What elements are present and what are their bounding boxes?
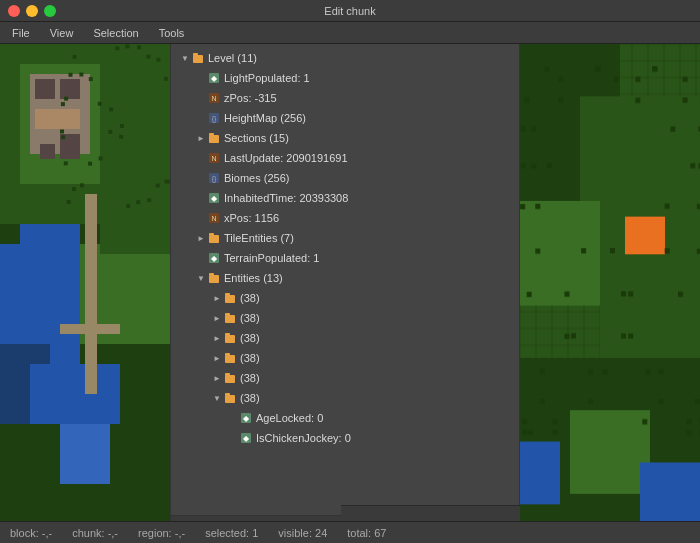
minimize-button[interactable] (26, 5, 38, 17)
svg-text:{}: {} (212, 175, 217, 183)
spacer-icon (227, 412, 239, 424)
maximize-button[interactable] (44, 5, 56, 17)
tree-row[interactable]: ►(38) (171, 308, 519, 328)
value-icon: ◆ (207, 251, 221, 265)
tree-row-label: HeightMap (256) (224, 112, 306, 124)
tree-content[interactable]: ▼Level (11)◆LightPopulated: 1NzPos: -315… (171, 44, 519, 515)
window-title: Edit chunk (324, 5, 375, 17)
menu-view[interactable]: View (46, 25, 78, 41)
svg-rect-29 (225, 333, 230, 336)
tree-row[interactable]: NLastUpdate: 2090191691 (171, 148, 519, 168)
tree-row-label: zPos: -315 (224, 92, 277, 104)
collapse-arrow-icon[interactable]: ► (211, 292, 223, 304)
svg-rect-24 (225, 295, 235, 303)
folder-icon (207, 131, 221, 145)
collapse-arrow-icon[interactable]: ► (195, 232, 207, 244)
folder-icon (207, 231, 221, 245)
right-map-panel (520, 44, 700, 543)
tree-row[interactable]: ▼Level (11) (171, 48, 519, 68)
spacer-icon (195, 152, 207, 164)
status-visible: visible: 24 (278, 527, 327, 539)
value-icon: ◆ (207, 191, 221, 205)
collapse-arrow-icon[interactable]: ▼ (179, 52, 191, 64)
tree-row-label: Entities (13) (224, 272, 283, 284)
tree-row[interactable]: ►(38) (171, 328, 519, 348)
svg-rect-8 (209, 135, 219, 143)
tree-row[interactable]: {}Biomes (256) (171, 168, 519, 188)
menu-tools[interactable]: Tools (155, 25, 189, 41)
svg-text:◆: ◆ (243, 414, 250, 423)
window-controls[interactable] (8, 5, 56, 17)
tree-row[interactable]: ►TileEntities (7) (171, 228, 519, 248)
tree-row[interactable]: ◆AgeLocked: 0 (171, 408, 519, 428)
tree-row[interactable]: ▼(38) (171, 388, 519, 408)
folder-icon (191, 51, 205, 65)
tree-row-label: InhabitedTime: 20393308 (224, 192, 348, 204)
tree-row-label: (38) (240, 312, 260, 324)
value-icon: ◆ (239, 411, 253, 425)
spacer-icon (195, 212, 207, 224)
svg-rect-23 (209, 273, 214, 276)
main-area: ▼Level (11)◆LightPopulated: 1NzPos: -315… (0, 44, 700, 543)
tree-row[interactable]: ◆LightPopulated: 1 (171, 68, 519, 88)
tree-panel: ▼Level (11)◆LightPopulated: 1NzPos: -315… (170, 44, 520, 543)
svg-rect-30 (225, 355, 235, 363)
collapse-arrow-icon[interactable]: ► (211, 372, 223, 384)
status-block: block: -,- (10, 527, 52, 539)
left-map-panel (0, 44, 170, 543)
status-total: total: 67 (347, 527, 386, 539)
value-icon: ◆ (207, 71, 221, 85)
collapse-arrow-icon[interactable]: ▼ (211, 392, 223, 404)
svg-rect-33 (225, 373, 230, 376)
svg-rect-0 (193, 55, 203, 63)
tree-row[interactable]: ►(38) (171, 288, 519, 308)
svg-rect-28 (225, 335, 235, 343)
status-chunk: chunk: -,- (72, 527, 118, 539)
tree-row[interactable]: ◆InhabitedTime: 20393308 (171, 188, 519, 208)
tree-row[interactable]: ◆TerrainPopulated: 1 (171, 248, 519, 268)
svg-text:◆: ◆ (211, 254, 218, 263)
svg-text:◆: ◆ (211, 194, 218, 203)
tree-row-label: Biomes (256) (224, 172, 289, 184)
tree-row-label: TerrainPopulated: 1 (224, 252, 319, 264)
status-selected: selected: 1 (205, 527, 258, 539)
collapse-arrow-icon[interactable]: ► (211, 332, 223, 344)
number-icon: N (207, 211, 221, 225)
svg-rect-18 (209, 235, 219, 243)
spacer-icon (195, 172, 207, 184)
tree-row[interactable]: ◆IsChickenJockey: 0 (171, 428, 519, 448)
svg-rect-25 (225, 293, 230, 296)
tree-row[interactable]: NxPos: 1156 (171, 208, 519, 228)
menubar: File View Selection Tools (0, 22, 700, 44)
collapse-arrow-icon[interactable]: ► (211, 312, 223, 324)
svg-rect-19 (209, 233, 214, 236)
menu-file[interactable]: File (8, 25, 34, 41)
tree-row[interactable]: ►(38) (171, 348, 519, 368)
tree-row-label: LightPopulated: 1 (224, 72, 310, 84)
tree-row[interactable]: ►Sections (15) (171, 128, 519, 148)
svg-rect-1 (193, 53, 198, 56)
tree-row-label: (38) (240, 372, 260, 384)
tree-row[interactable]: ▼Entities (13) (171, 268, 519, 288)
number-icon: N (207, 151, 221, 165)
svg-text:{}: {} (212, 115, 217, 123)
tree-row[interactable]: {}HeightMap (256) (171, 108, 519, 128)
folder-icon (223, 391, 237, 405)
titlebar: Edit chunk (0, 0, 700, 22)
tree-row[interactable]: ►(38) (171, 368, 519, 388)
svg-rect-34 (225, 395, 235, 403)
folder-icon (223, 331, 237, 345)
value-icon: ◆ (239, 431, 253, 445)
collapse-arrow-icon[interactable]: ► (195, 132, 207, 144)
tree-row-label: (38) (240, 332, 260, 344)
collapse-arrow-icon[interactable]: ▼ (195, 272, 207, 284)
collapse-arrow-icon[interactable]: ► (211, 352, 223, 364)
array-icon: {} (207, 171, 221, 185)
menu-selection[interactable]: Selection (89, 25, 142, 41)
tree-row-label: (38) (240, 352, 260, 364)
close-button[interactable] (8, 5, 20, 17)
folder-icon (207, 271, 221, 285)
statusbar: block: -,- chunk: -,- region: -,- select… (0, 521, 700, 543)
tree-row[interactable]: NzPos: -315 (171, 88, 519, 108)
tree-row-label: IsChickenJockey: 0 (256, 432, 351, 444)
